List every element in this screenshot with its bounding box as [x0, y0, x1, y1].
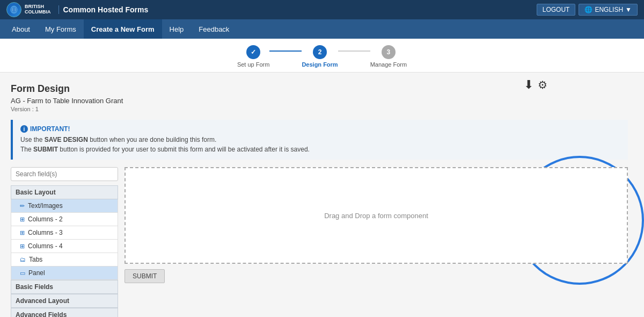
drop-zone[interactable]: Drag and Drop a form component: [125, 167, 628, 264]
important-box: i IMPORTANT! Use the SAVE DESIGN button …: [11, 120, 628, 160]
sidebar-item-panel-label: Panel: [28, 269, 45, 277]
drop-zone-container: Drag and Drop a form component SUBMIT: [125, 167, 628, 317]
nav-feedback[interactable]: Feedback: [191, 19, 237, 39]
sidebar-item-columns-3[interactable]: ⊞ Columns - 3: [11, 226, 118, 240]
app-title: Common Hosted Forms: [58, 5, 149, 14]
toolbar-icons: ⬇ ⚙: [524, 78, 547, 92]
sidebar-item-columns-2[interactable]: ⊞ Columns - 2: [11, 213, 118, 226]
search-input[interactable]: [11, 167, 118, 181]
step2-circle: 2: [313, 45, 327, 59]
sidebar-item-columns3-label: Columns - 3: [28, 229, 63, 236]
section-advanced-layout[interactable]: Advanced Layout: [11, 294, 118, 308]
language-label: ENGLISH: [595, 6, 623, 13]
settings-icon[interactable]: ⚙: [538, 78, 547, 92]
info-icon: i: [20, 125, 28, 133]
columns4-icon: ⊞: [20, 243, 25, 250]
sidebar-item-columns4-label: Columns - 4: [28, 242, 63, 250]
logout-button[interactable]: LOGOUT: [537, 4, 576, 16]
download-icon[interactable]: ⬇: [524, 78, 533, 92]
step-design-form: 2 Design Form: [302, 45, 338, 68]
nav-bar: About My Forms Create a New Form Help Fe…: [0, 19, 644, 39]
step-connector-2: [338, 51, 370, 52]
panel-icon: ▭: [20, 270, 25, 277]
top-bar: BRITISH COLUMBIA Common Hosted Forms LOG…: [0, 0, 644, 19]
text-images-icon: ✏: [20, 203, 25, 210]
sidebar-item-text-images-label: Text/Images: [28, 202, 63, 210]
columns2-icon: ⊞: [20, 216, 25, 223]
step2-label: Design Form: [302, 61, 338, 68]
drop-zone-text: Drag and Drop a form component: [324, 212, 428, 220]
top-bar-left: BRITISH COLUMBIA Common Hosted Forms: [6, 2, 148, 17]
sidebar-item-tabs[interactable]: 🗂 Tabs: [11, 253, 118, 266]
nav-about[interactable]: About: [4, 19, 38, 39]
builder-sidebar: Basic Layout ✏ Text/Images ⊞ Columns - 2…: [11, 167, 118, 317]
top-bar-right: LOGOUT 🌐 ENGLISH ▼: [537, 4, 638, 16]
step-manage-form: 3 Manage Form: [370, 45, 407, 68]
chevron-down-icon: ▼: [625, 6, 632, 13]
sidebar-item-text-images[interactable]: ✏ Text/Images: [11, 199, 118, 213]
important-heading: i IMPORTANT!: [20, 125, 620, 133]
step1-circle: ✓: [246, 45, 260, 59]
step-connector-1: [269, 51, 302, 52]
progress-steps: ✓ Set up Form 2 Design Form 3 Manage For…: [0, 39, 644, 73]
sidebar-item-columns-4[interactable]: ⊞ Columns - 4: [11, 240, 118, 253]
builder-layout: Basic Layout ✏ Text/Images ⊞ Columns - 2…: [11, 167, 628, 317]
section-basic-layout[interactable]: Basic Layout: [11, 185, 118, 199]
sidebar-item-tabs-label: Tabs: [29, 256, 42, 263]
language-button[interactable]: 🌐 ENGLISH ▼: [579, 4, 638, 16]
section-advanced-fields[interactable]: Advanced Fields: [11, 308, 118, 317]
form-subtitle: AG - Farm to Table Innovation Grant: [11, 97, 628, 105]
submit-button[interactable]: SUBMIT: [125, 269, 165, 283]
important-line2: The SUBMIT button is provided for your u…: [20, 145, 620, 154]
important-line1: Use the SAVE DESIGN button when you are …: [20, 135, 620, 145]
step-setup-form: ✓ Set up Form: [237, 45, 270, 68]
sidebar-item-panel[interactable]: ▭ Panel: [11, 266, 118, 280]
sidebar-item-columns2-label: Columns - 2: [28, 215, 63, 223]
tabs-icon: 🗂: [20, 256, 26, 263]
bc-logo-icon: [6, 2, 21, 17]
bc-logo: BRITISH COLUMBIA: [6, 2, 51, 17]
form-version: Version : 1: [11, 106, 628, 112]
nav-create-new-form[interactable]: Create a New Form: [84, 19, 162, 39]
step1-label: Set up Form: [237, 61, 270, 68]
columns3-icon: ⊞: [20, 229, 25, 236]
globe-icon: 🌐: [584, 6, 592, 13]
step3-label: Manage Form: [370, 61, 407, 68]
main-content: ⬇ ⚙ Form Design AG - Farm to Table Innov…: [0, 73, 644, 317]
section-basic-fields[interactable]: Basic Fields: [11, 280, 118, 294]
nav-my-forms[interactable]: My Forms: [38, 19, 84, 39]
nav-help[interactable]: Help: [162, 19, 192, 39]
step3-circle: 3: [382, 45, 396, 59]
